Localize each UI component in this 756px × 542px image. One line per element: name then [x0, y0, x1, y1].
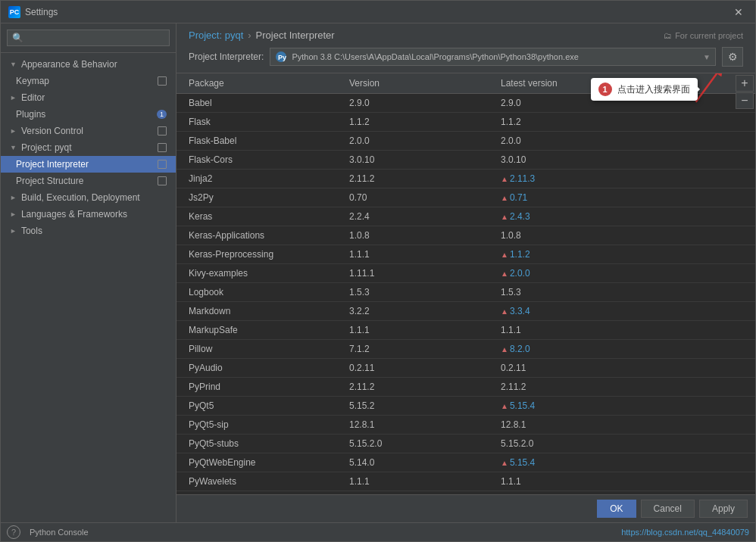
sidebar-item-project-structure[interactable]: Project Structure	[1, 173, 176, 189]
table-row[interactable]: Flask-Babel2.0.02.0.0	[177, 132, 755, 151]
package-version: 7.1.2	[343, 342, 495, 356]
sidebar-item-project-pyqt[interactable]: ▼ Project: pyqt	[1, 139, 176, 156]
app-logo: PC	[8, 6, 20, 18]
search-input[interactable]	[7, 30, 170, 46]
package-area: + − 1	[177, 73, 755, 494]
latest-version-text: 2.0.0	[510, 268, 530, 279]
project-scope-icon: 🗂	[664, 31, 672, 40]
table-row[interactable]: Flask-Cors3.0.103.0.10	[177, 151, 755, 170]
package-name: Jinja2	[177, 172, 343, 185]
sidebar-item-keymap[interactable]: Keymap	[1, 73, 176, 89]
apply-button[interactable]: Apply	[699, 500, 748, 518]
package-latest-version: 1.1.1	[495, 323, 755, 337]
table-row[interactable]: Kivy-examples1.11.1▲2.0.0	[177, 264, 755, 283]
breadcrumb-current: Project Interpreter	[256, 30, 335, 41]
gear-button[interactable]: ⚙	[722, 47, 743, 67]
breadcrumb: Project: pyqt › Project Interpreter 🗂 Fo…	[189, 30, 743, 41]
table-row[interactable]: PyQt5-sip12.8.112.8.1	[177, 416, 755, 435]
table-row[interactable]: MarkupSafe1.1.11.1.1	[177, 321, 755, 340]
annotation-bubble: 1 点击进入搜索界面	[591, 78, 698, 101]
package-latest-version: 1.1.1	[495, 475, 755, 488]
interpreter-path: Python 3.8 C:\Users\A\AppData\Local\Prog…	[292, 52, 700, 61]
titlebar: PC Settings ✕	[1, 1, 755, 23]
table-row[interactable]: PyQtWebEngine5.14.0▲5.15.4	[177, 453, 755, 472]
main-header: Project: pyqt › Project Interpreter 🗂 Fo…	[177, 23, 755, 73]
update-arrow-icon: ▲	[501, 213, 508, 221]
table-row[interactable]: Jinja22.11.2▲2.11.3	[177, 170, 755, 188]
package-latest-version: 12.8.1	[495, 418, 755, 431]
close-button[interactable]: ✕	[729, 5, 748, 20]
remove-package-button[interactable]: −	[736, 92, 754, 109]
update-arrow-icon: ▲	[501, 345, 508, 354]
plugins-badge: 1	[157, 110, 167, 119]
page-icon	[158, 176, 167, 185]
sidebar-item-build-exec[interactable]: ► Build, Execution, Deployment	[1, 189, 176, 206]
package-latest-version: ▲8.2.0	[495, 342, 755, 356]
package-version: 2.9.0	[343, 96, 495, 110]
package-version: 0.2.11	[343, 361, 495, 375]
sidebar-item-project-interpreter[interactable]: Project Interpreter	[1, 156, 176, 173]
package-version: 0.70	[343, 191, 495, 204]
ok-button[interactable]: OK	[597, 500, 636, 518]
sidebar-item-label: Appearance & Behavior	[21, 59, 117, 70]
table-row[interactable]: Flask1.1.21.1.2	[177, 113, 755, 132]
table-action-buttons: + −	[736, 75, 754, 109]
settings-window: PC Settings ✕ ▼ Appearance & Behavior Ke…	[0, 0, 756, 542]
page-icon	[158, 160, 167, 169]
add-package-button[interactable]: +	[736, 75, 754, 92]
package-name: Babel	[177, 96, 343, 110]
table-row[interactable]: Js2Py0.70▲0.71	[177, 188, 755, 207]
table-row[interactable]: Keras-Preprocessing1.1.1▲1.1.2	[177, 245, 755, 264]
update-arrow-icon: ▲	[501, 307, 508, 316]
package-version: 1.5.3	[343, 285, 495, 299]
table-row[interactable]: PyAudio0.2.110.2.11	[177, 359, 755, 378]
help-button[interactable]: ?	[7, 525, 20, 539]
sidebar-item-plugins[interactable]: Plugins 1	[1, 106, 176, 123]
sidebar-item-label: Languages & Frameworks	[21, 209, 127, 220]
update-arrow-icon: ▲	[501, 459, 508, 467]
sidebar-nav: ▼ Appearance & Behavior Keymap ► Editor …	[1, 53, 176, 522]
expand-arrow-icon: ►	[10, 127, 17, 135]
package-latest-version: 5.15.2.0	[495, 437, 755, 450]
table-row[interactable]: PyWavelets1.1.11.1.1	[177, 472, 755, 491]
table-row[interactable]: PyYAML5.3.1▲5.4.1	[177, 491, 755, 494]
table-row[interactable]: Markdown3.2.2▲3.3.4	[177, 302, 755, 321]
package-name: PyAudio	[177, 361, 343, 375]
latest-version-text: 5.15.4	[510, 400, 535, 411]
package-name: Pillow	[177, 342, 343, 356]
package-latest-version: 0.2.11	[495, 361, 755, 375]
table-row[interactable]: Pillow7.1.2▲8.2.0	[177, 340, 755, 359]
table-row[interactable]: Keras2.2.4▲2.4.3	[177, 207, 755, 226]
for-project-label: 🗂 For current project	[664, 31, 743, 40]
main-panel: Project: pyqt › Project Interpreter 🗂 Fo…	[177, 23, 755, 522]
package-version: 2.0.0	[343, 134, 495, 148]
table-row[interactable]: PyQt55.15.2▲5.15.4	[177, 397, 755, 416]
sidebar-item-label: Version Control	[21, 126, 83, 136]
sidebar-item-languages[interactable]: ► Languages & Frameworks	[1, 206, 176, 223]
python-console-tab[interactable]: Python Console	[27, 526, 92, 538]
col-header-package: Package	[177, 76, 343, 90]
package-version: 3.0.10	[343, 153, 495, 167]
sidebar-item-tools[interactable]: ► Tools	[1, 223, 176, 239]
table-row[interactable]: Keras-Applications1.0.81.0.8	[177, 226, 755, 245]
package-version: 2.11.2	[343, 380, 495, 394]
package-latest-version: 2.11.2	[495, 380, 755, 394]
package-name: PyQt5-stubs	[177, 437, 343, 450]
table-row[interactable]: Logbook1.5.31.5.3	[177, 283, 755, 302]
sidebar-item-version-control[interactable]: ► Version Control	[1, 123, 176, 139]
package-version: 1.0.8	[343, 229, 495, 242]
cancel-button[interactable]: Cancel	[641, 500, 695, 518]
interpreter-select[interactable]: Py Python 3.8 C:\Users\A\AppData\Local\P…	[270, 48, 716, 66]
sidebar-item-label: Tools	[21, 226, 42, 236]
sidebar-item-editor[interactable]: ► Editor	[1, 89, 176, 106]
package-name: Kivy-examples	[177, 266, 343, 280]
svg-text:Py: Py	[278, 54, 286, 61]
package-version: 1.1.1	[343, 323, 495, 337]
package-table-body: Babel2.9.02.9.0Flask1.1.21.1.2Flask-Babe…	[177, 94, 755, 494]
annotation-container: 1 点击进入搜索界面	[687, 73, 725, 100]
breadcrumb-project[interactable]: Project: pyqt	[189, 30, 243, 41]
table-row[interactable]: PyQt5-stubs5.15.2.05.15.2.0	[177, 435, 755, 453]
table-row[interactable]: PyPrind2.11.22.11.2	[177, 378, 755, 397]
sidebar-item-label: Project Interpreter	[16, 159, 89, 170]
sidebar-item-appearance[interactable]: ▼ Appearance & Behavior	[1, 56, 176, 73]
